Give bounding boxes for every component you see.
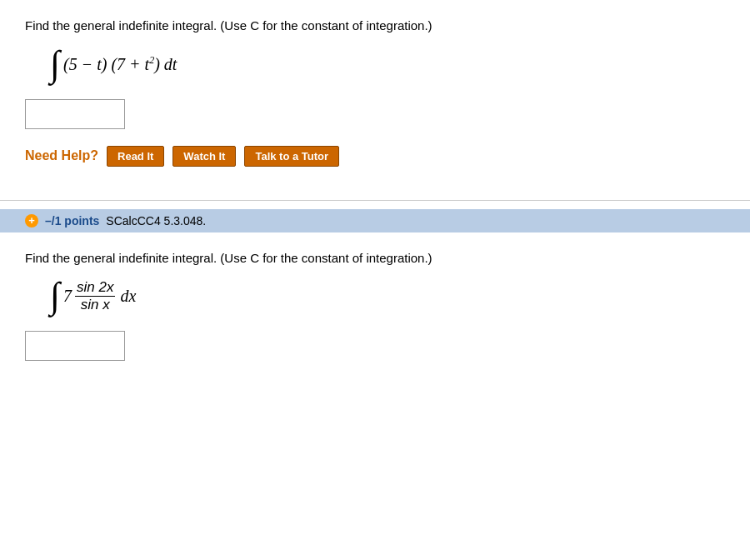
problem-1-instruction: Find the general indefinite integral. (U… [25, 17, 725, 36]
problem-2-section: Find the general indefinite integral. (U… [0, 232, 750, 387]
read-it-button[interactable]: Read It [107, 146, 164, 167]
formula-fraction-2: sin 2x sin x [75, 279, 115, 313]
talk-to-tutor-button[interactable]: Talk to a Tutor [244, 146, 339, 167]
need-help-label: Need Help? [25, 148, 98, 163]
need-help-row: Need Help? Read It Watch It Talk to a Tu… [25, 146, 725, 167]
formula-suffix-2: dx [120, 287, 136, 306]
points-detail: SCalcCC4 5.3.048. [106, 214, 206, 228]
problem-2-instruction: Find the general indefinite integral. (U… [25, 249, 725, 268]
answer-input-1[interactable] [25, 99, 125, 129]
problem-1-formula: ∫ (5 − t) (7 + t2) dt [50, 46, 725, 82]
answer-input-2[interactable] [25, 331, 125, 361]
section-divider [0, 200, 750, 201]
integral-sign-1: ∫ [50, 46, 60, 82]
fraction-denominator: sin x [79, 297, 112, 313]
integral-sign-2: ∫ [50, 278, 60, 314]
watch-it-button[interactable]: Watch It [172, 146, 236, 167]
problem-1-section: Find the general indefinite integral. (U… [0, 0, 750, 192]
formula-prefix-2: 7 [63, 287, 72, 306]
fraction-numerator: sin 2x [75, 279, 115, 297]
problem-2-formula: ∫ 7 sin 2x sin x dx [50, 278, 725, 314]
plus-icon: + [25, 214, 38, 228]
formula-body-1: (5 − t) (7 + t2) dt [63, 54, 177, 74]
points-label: –/1 points [45, 214, 99, 228]
points-banner: + –/1 points SCalcCC4 5.3.048. [0, 209, 750, 232]
